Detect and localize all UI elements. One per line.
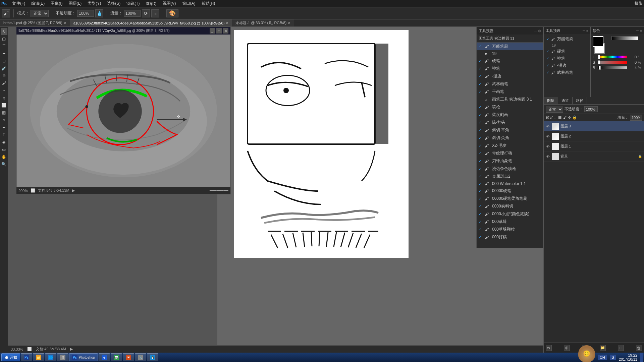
brush-settings-button[interactable]: 🎨 [166, 9, 178, 17]
brush-tool[interactable]: 🖌 [1, 80, 7, 86]
tab-paths[interactable]: 路径 [573, 97, 587, 104]
menu-type[interactable]: 类型(Y) [85, 0, 104, 7]
ime-indicator[interactable]: CH [598, 355, 607, 360]
bli-6[interactable]: ✓ 🖌 干画笔 [477, 88, 543, 96]
layer-delete-button[interactable]: 🗑 [636, 345, 642, 351]
float-minimize[interactable]: _ [210, 28, 215, 34]
lock-transparent[interactable]: ▦ [558, 115, 561, 120]
brush-item-3[interactable]: ✓ 🖌 -漫边 [545, 62, 589, 69]
bli-21[interactable]: ✓ 🖌 0000实料切 [477, 202, 543, 210]
layer-new-button[interactable]: □ [618, 345, 624, 351]
brush-item-2[interactable]: ✓ 🖌 神笔 [545, 55, 589, 62]
brush-list-settings[interactable]: ⚙ [538, 29, 541, 33]
tool-settings-menu[interactable]: ≡ [586, 29, 588, 33]
color-panel-menu[interactable]: ≡ [640, 29, 642, 33]
float-scrollbar[interactable]: ━━━━━━━━ [210, 188, 228, 193]
bli-26[interactable]: ✓ 🖌 000大效果颗粒 [477, 241, 543, 243]
menu-window[interactable]: 窗口(A) [179, 0, 198, 7]
tab-1-close[interactable]: ✕ [226, 21, 228, 25]
brush-item-0[interactable]: ✓ 🖌 万能笔刷 [545, 36, 589, 43]
h-slider[interactable] [598, 56, 627, 58]
tab-layers[interactable]: 图层 [544, 97, 558, 104]
menu-filter[interactable]: 滤镜(T) [124, 0, 142, 7]
opacity-input[interactable] [77, 10, 94, 17]
brush-item-4[interactable]: ✓ 🖌 武林画笔 [545, 69, 589, 76]
path-select-tool[interactable]: ◈ [1, 139, 7, 145]
blend-mode-select[interactable]: 正常 [546, 106, 563, 113]
eraser-tool[interactable]: ⬜ [1, 102, 7, 109]
bli-24[interactable]: ✓ 🖌 000草垛颗粒 [477, 226, 543, 233]
float-canvas[interactable]: ✛ [16, 35, 230, 187]
layer-mask-button[interactable]: ◎ [564, 345, 570, 351]
canvas-container[interactable]: 9a0751ef5998d9ae36aa0de961b953da54a9c291… [8, 27, 543, 345]
opacity-ctrl-input[interactable] [584, 106, 598, 112]
tool-settings-min[interactable]: ─ [583, 29, 585, 33]
menu-help[interactable]: 帮助(H) [199, 0, 218, 7]
forward-arrow[interactable]: ▶ [70, 347, 73, 351]
airbrush-button[interactable]: 💧 [95, 9, 103, 17]
notification-area[interactable] [640, 353, 643, 362]
taskbar-qq[interactable]: 🐧 [147, 353, 158, 361]
tab-2[interactable]: 未标题-1 @ 33.3% (几, RGB/8) ✕ [232, 19, 294, 26]
layer-row-2[interactable]: 👁 图层 2 [544, 131, 644, 141]
fill-input[interactable] [630, 115, 642, 121]
text-tool[interactable]: T [1, 131, 7, 138]
flow-input[interactable] [124, 10, 141, 17]
taskbar-photoshop[interactable]: Ps Photoshop [69, 353, 98, 361]
start-button[interactable]: ⊞ 开始 [1, 353, 20, 361]
bli-9[interactable]: ✓ 🖌 柔度刻画 [477, 111, 543, 119]
tab-1[interactable]: a189589f623fb8394623aac64dee04abf6bb55d5… [70, 19, 232, 26]
taskbar-browser[interactable]: 🌐 [45, 353, 56, 361]
magic-wand-tool[interactable]: ✦ [1, 50, 7, 57]
bli-10[interactable]: ✓ 🖌 陈·方头 [477, 119, 543, 126]
bli-13[interactable]: ✓ 🖌 XZ·毛发 [477, 142, 543, 149]
tab-channels[interactable]: 通道 [558, 97, 573, 104]
bli-18[interactable]: ✓ 🖌 000 Watercolor 1 1 [477, 180, 543, 187]
spot-heal-tool[interactable]: ⊕ [1, 72, 7, 79]
color-panel-min[interactable]: ─ [636, 29, 639, 33]
menu-view[interactable]: 视图(V) [160, 0, 179, 7]
dodge-tool[interactable]: ○ [1, 117, 7, 123]
layer-row-3[interactable]: 👁 图层 3 [544, 121, 644, 131]
bli-3[interactable]: ✓ 🖌 神笔 [477, 65, 543, 72]
float-close[interactable]: ✕ [223, 28, 228, 34]
pen-tool[interactable]: ✒ [1, 124, 7, 131]
layer-3-visibility[interactable]: 👁 [545, 124, 550, 129]
move-tool[interactable]: ↖ [1, 28, 7, 35]
tab-0-close[interactable]: ✕ [64, 21, 66, 25]
crop-tool[interactable]: ⊡ [1, 58, 7, 64]
lasso-tool[interactable]: ⌒ [1, 43, 7, 50]
bli-11[interactable]: ✓ 🖌 斜切 平角 [477, 126, 543, 134]
bli-4[interactable]: ✓ 🖌 -漫边 [477, 72, 543, 80]
drawing-canvas-white[interactable] [234, 30, 409, 258]
float-window-title[interactable]: 9a0751ef5998d9ae36aa0de961b953da54a9c291… [16, 27, 230, 35]
layer-group-button[interactable]: 📁 [600, 345, 606, 351]
layer-row-1[interactable]: 👁 图层 1 [544, 141, 644, 152]
bli-15[interactable]: ✓ 🖌 刀锋抽象笔 [477, 157, 543, 165]
marquee-tool[interactable]: ▢ [1, 36, 7, 42]
mode-select[interactable]: 正常 [31, 10, 49, 17]
system-clock[interactable]: 19:22 2017/10/11 [619, 353, 637, 361]
lock-all[interactable]: 🔒 [572, 115, 577, 120]
zoom-icon[interactable]: ⬜ [27, 347, 32, 351]
taskbar-ps-icon[interactable]: Ps [21, 353, 32, 361]
bli-5[interactable]: ✓ 🖌 武林画笔 [477, 80, 543, 88]
float-doc-icon[interactable]: ⬜ [31, 188, 35, 193]
bli-12[interactable]: ✓ 🖌 斜切·尖角 [477, 134, 543, 142]
bli-22[interactable]: ✓ 🖌 0000小点*(颜色减淡) [477, 210, 543, 218]
brush-item-1[interactable]: ✓ 🖌 硬笔 [545, 48, 589, 55]
lock-position[interactable]: ✛ [568, 115, 571, 120]
taskbar-ie[interactable]: e [99, 353, 110, 361]
bli-16[interactable]: ✓ 🖌 漫边杂色喷枪 [477, 165, 543, 173]
clone-tool[interactable]: ⌖ [1, 87, 7, 94]
menu-file[interactable]: 文件(F) [9, 0, 28, 7]
tab-2-close[interactable]: ✕ [288, 21, 290, 25]
bli-14[interactable]: ✓ 🖌 带纹理打稿 [477, 149, 543, 157]
history-brush-tool[interactable]: ⎌ [1, 95, 7, 101]
s-slider[interactable] [598, 61, 627, 64]
bli-8[interactable]: ✓ 🖌 喷枪 [477, 103, 543, 111]
tab-0[interactable]: hrthe-1.psd @ 25% (图层 7, RGB/8) ✕ [0, 19, 70, 26]
menu-edit[interactable]: 编辑(E) [29, 0, 47, 7]
hand-tool[interactable]: ✋ [1, 154, 7, 160]
bli-1[interactable]: ● 19 [477, 50, 543, 57]
